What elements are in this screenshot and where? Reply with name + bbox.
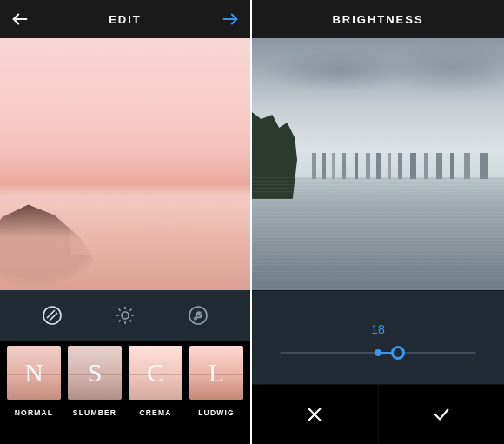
- svg-line-10: [119, 309, 121, 311]
- sun-icon: [115, 305, 136, 326]
- filter-letter: S: [88, 358, 103, 388]
- filter-letter: L: [209, 358, 224, 388]
- brightness-slider[interactable]: [280, 352, 476, 354]
- arrow-right-icon: [221, 10, 240, 29]
- svg-line-11: [129, 320, 131, 321]
- back-button[interactable]: [10, 10, 30, 29]
- done-button[interactable]: [379, 384, 505, 444]
- edit-image-preview[interactable]: [0, 38, 250, 290]
- filters-tab[interactable]: [37, 301, 67, 330]
- filter-label: SLUMBER: [73, 408, 116, 417]
- filter-label: NORMAL: [15, 408, 54, 417]
- svg-point-14: [189, 307, 207, 324]
- brightness-image-preview[interactable]: [252, 38, 504, 290]
- brightness-title: BRIGHTNESS: [332, 13, 423, 26]
- next-button[interactable]: [221, 10, 240, 29]
- slider-area: 18: [252, 290, 504, 384]
- close-icon: [305, 405, 324, 424]
- brightness-screen: BRIGHTNESS 18: [252, 0, 504, 444]
- tool-row: [0, 290, 250, 341]
- edit-title: EDIT: [109, 13, 142, 26]
- arrow-left-icon: [10, 10, 30, 29]
- filter-letter: C: [147, 358, 164, 388]
- svg-point-5: [122, 312, 129, 319]
- svg-line-12: [119, 320, 121, 321]
- edit-screen: EDIT: [0, 0, 252, 444]
- filter-strip[interactable]: N NORMAL S SLUMBER C CREMA L LUDWIG: [0, 341, 250, 444]
- filter-normal[interactable]: N NORMAL: [7, 346, 61, 417]
- filter-label: LUDWIG: [198, 408, 235, 417]
- slider-center-dot: [375, 349, 381, 356]
- wrench-icon: [188, 305, 209, 326]
- filters-icon: [42, 305, 63, 326]
- check-icon: [432, 405, 451, 424]
- brightness-header: BRIGHTNESS: [252, 0, 504, 38]
- svg-point-2: [43, 307, 61, 324]
- filter-ludwig[interactable]: L LUDWIG: [189, 346, 243, 417]
- cancel-button[interactable]: [252, 384, 379, 444]
- slider-handle[interactable]: [391, 346, 405, 360]
- lux-tab[interactable]: [110, 301, 140, 330]
- slider-value: 18: [371, 322, 385, 336]
- filter-slumber[interactable]: S SLUMBER: [68, 346, 122, 417]
- edit-header: EDIT: [0, 0, 250, 38]
- filter-crema[interactable]: C CREMA: [129, 346, 182, 417]
- filter-label: CREMA: [139, 408, 171, 417]
- confirm-row: [252, 384, 504, 444]
- tools-tab[interactable]: [183, 301, 213, 330]
- svg-line-13: [129, 309, 131, 311]
- filter-letter: N: [24, 358, 43, 388]
